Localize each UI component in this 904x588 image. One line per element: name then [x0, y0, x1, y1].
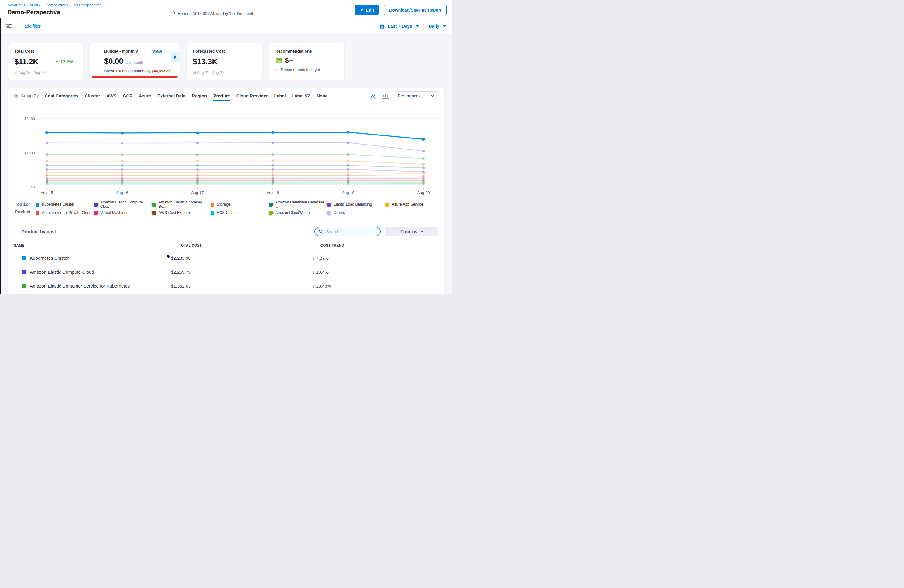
columns-dropdown[interactable]: Columns: [386, 227, 438, 236]
tab-product[interactable]: Product: [213, 89, 230, 103]
budget-exceeded-amount: $44,693.35: [152, 69, 171, 73]
tab-external-data[interactable]: External Data: [157, 89, 186, 103]
legend-swatch: [327, 211, 331, 215]
breadcrumb-account-link[interactable]: Account: CCM-NG: [7, 3, 40, 7]
download-save-report-button[interactable]: Download/Save as Report: [384, 5, 447, 15]
chevron-down-icon[interactable]: [443, 25, 446, 27]
search-icon: [319, 229, 323, 234]
preferences-label: Preferences: [398, 93, 420, 98]
budget-view-link[interactable]: View: [152, 49, 162, 54]
trend-down-icon: ↓: [313, 255, 315, 261]
breadcrumb-perspectives-link[interactable]: Perspectives: [46, 3, 68, 7]
legend-swatch: [94, 211, 98, 215]
tab-label-v2[interactable]: Label V2: [292, 89, 310, 103]
legend-label: Kubernetes Cluster: [42, 202, 74, 207]
legend-item[interactable]: Virtual Machines: [94, 209, 152, 217]
group-by-label: Group By: [14, 93, 39, 98]
table-row[interactable]: Amazon Elastic Compute Cloud$2,269.75↓13…: [14, 265, 438, 279]
recommendations-subtitle: no Recommendations yet: [275, 68, 338, 72]
legend-item[interactable]: Storage: [210, 201, 269, 209]
legend-label: AmazonCloudWatch: [275, 210, 310, 215]
total-cost-period: of Aug 15 - Aug 20: [14, 71, 77, 75]
tab-gcp[interactable]: GCP: [123, 89, 132, 103]
forecasted-cost-title: Forecasted Cost: [193, 49, 256, 54]
trend-down-icon: ↓: [313, 269, 315, 275]
legend-swatch: [210, 211, 215, 215]
svg-text:$0: $0: [31, 185, 35, 189]
legend-item[interactable]: Kubernetes Cluster: [36, 201, 94, 209]
legend-item[interactable]: Azure App Service: [386, 201, 444, 209]
pencil-icon: [360, 8, 364, 12]
row-cost-trend: 13.4%: [316, 270, 329, 275]
row-name: Amazon Elastic Compute Cloud: [30, 269, 94, 275]
table-row[interactable]: Amazon Elastic Container Service for Kub…: [14, 279, 438, 293]
tab-region[interactable]: Region: [192, 89, 207, 103]
forecasted-cost-card: Forecasted Cost $13.3K of Aug 21 - Aug 2…: [186, 43, 262, 80]
legend-label: Virtual Machines: [100, 210, 128, 215]
recommendations-title: Recommendations: [275, 49, 338, 54]
tab-none[interactable]: None: [316, 89, 327, 103]
tab-cloud-provider[interactable]: Cloud Provider: [236, 89, 268, 103]
legend-item[interactable]: AWS Cost Explorer: [152, 209, 210, 217]
row-total-cost: $1,362.03: [171, 284, 313, 289]
breadcrumb-all-perspectives-link[interactable]: All Perspectives: [74, 3, 101, 7]
legend-item[interactable]: Amazon Elastic Compute Clo...: [94, 201, 152, 209]
legend-swatch: [386, 202, 389, 207]
granularity-selector[interactable]: Daily: [428, 24, 439, 28]
tab-aws[interactable]: AWS: [106, 89, 116, 103]
legend-item[interactable]: AmazonCloudWatch: [269, 209, 327, 217]
search-input[interactable]: [325, 229, 371, 234]
legend-item[interactable]: Amazon Relational Database ...: [269, 201, 327, 209]
legend-items: Kubernetes ClusterAmazon Elastic Compute…: [36, 201, 444, 217]
legend-swatch: [269, 211, 273, 215]
legend-item[interactable]: Amazon Virtual Private Cloud: [36, 209, 94, 217]
legend-label: Amazon Elastic Container Se...: [158, 200, 210, 209]
legend-swatch: [94, 202, 98, 207]
preferences-dropdown[interactable]: Preferences: [394, 92, 438, 101]
chevron-down-icon: [431, 95, 435, 97]
svg-text:Aug 15: Aug 15: [40, 190, 53, 195]
svg-text:Aug 17: Aug 17: [191, 190, 204, 195]
table-body: Kubernetes Cluster$2,283.98↓7.87%Amazon …: [14, 251, 438, 293]
bar-chart-toggle[interactable]: [382, 93, 389, 99]
trend-down-icon: ↓: [313, 283, 315, 289]
recommendations-card: Recommendations $-- no Recommendations y…: [269, 43, 345, 80]
budget-expand-button[interactable]: [171, 52, 180, 62]
legend-item[interactable]: ECS Cluster: [210, 209, 269, 217]
tab-label[interactable]: Label: [274, 89, 286, 103]
total-cost-delta: 17.2%: [55, 59, 77, 65]
chart-legend: Top 12 Product Kubernetes ClusterAmazon …: [15, 201, 444, 217]
svg-text:Aug 18: Aug 18: [266, 190, 279, 195]
tab-azure[interactable]: Azure: [139, 89, 151, 103]
row-swatch: [22, 284, 26, 288]
grid-icon: [14, 94, 18, 98]
row-name: Kubernetes Cluster: [30, 255, 69, 261]
row-total-cost: $2,269.75: [171, 270, 313, 275]
budget-value-suffix: this month: [126, 60, 143, 65]
legend-swatch: [36, 211, 40, 215]
edit-button[interactable]: Edit: [355, 5, 379, 15]
budget-exceeded-text: Spend exceeded budget by $44,693.35: [104, 69, 174, 73]
chevron-down-icon[interactable]: [416, 25, 419, 27]
total-cost-card: Total Cost $11.2K 17.2% of Aug 15 - Aug …: [8, 43, 83, 80]
add-filter-button[interactable]: + add filter: [21, 24, 41, 28]
table-row[interactable]: Kubernetes Cluster$2,283.98↓7.87%: [14, 251, 438, 265]
table-section-title: Product by cost: [22, 229, 56, 234]
cost-trend-chart: $0$1200$2400Aug 15Aug 16Aug 17Aug 18Aug …: [8, 108, 444, 198]
legend-item[interactable]: Others: [327, 209, 386, 217]
filter-sliders-icon[interactable]: [6, 24, 12, 29]
legend-swatch: [152, 211, 156, 215]
line-chart-toggle[interactable]: [370, 93, 378, 99]
legend-swatch: [327, 202, 331, 207]
date-range-selector[interactable]: Last 7 Days: [387, 24, 412, 28]
collapsed-nav-edge: [0, 18, 1, 294]
tab-cost-categories[interactable]: Cost Categories: [45, 89, 78, 103]
tab-cluster[interactable]: Cluster: [85, 89, 100, 103]
legend-item[interactable]: Amazon Elastic Container Se...: [152, 201, 210, 209]
cost-chart-area: $0$1200$2400Aug 15Aug 16Aug 17Aug 18Aug …: [8, 108, 444, 199]
legend-item[interactable]: Elastic Load Balancing: [327, 201, 386, 209]
divider: |: [423, 23, 424, 29]
report-schedule-text: Reports At 12:00 AM, on day 1 of the mon…: [178, 11, 254, 16]
svg-text:Aug 20: Aug 20: [417, 190, 430, 195]
legend-label: Azure App Service: [392, 202, 423, 207]
